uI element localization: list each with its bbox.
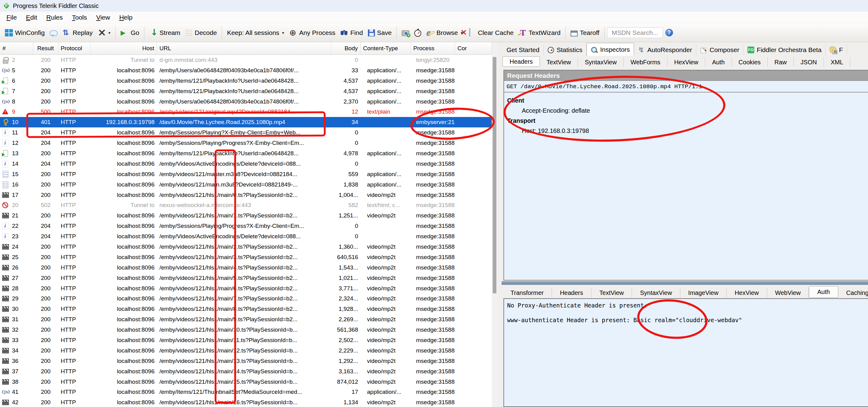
session-row-29[interactable]: 29200HTTPlocalhost:8096/emby/videos/121/…: [0, 293, 492, 304]
clear-cache-button[interactable]: Clear Cache: [465, 28, 516, 38]
auth-inspector-view[interactable]: No Proxy-Authenticate Header is present.…: [503, 298, 868, 407]
tab-xml[interactable]: XML: [824, 58, 850, 67]
help-button[interactable]: [663, 28, 676, 38]
remove-sessions-button[interactable]: ▾: [95, 28, 113, 38]
session-row-5[interactable]: 5200HTTPlocalhost:8096/emby/Users/a0e064…: [0, 65, 492, 76]
tab-headers[interactable]: Headers: [552, 288, 591, 298]
column-header-body[interactable]: Body: [331, 42, 361, 55]
session-row-42[interactable]: 42200HTTPlocalhost:8096/emby/videos/121/…: [0, 397, 492, 407]
column-header-content_type[interactable]: Content-Type: [361, 42, 411, 55]
tab-autoresponder[interactable]: AutoResponder: [634, 44, 696, 56]
session-row-9[interactable]: 9500HTTPlocalhost:8096/emby/videos/121/o…: [0, 107, 492, 117]
session-row-6[interactable]: 6200HTTPlocalhost:8096/emby/Items/121/Pl…: [0, 76, 492, 86]
session-row-2[interactable]: 2200HTTPTunnel tod-gm.mmstat.com:4430ton…: [0, 55, 492, 65]
save-button[interactable]: Save: [366, 28, 394, 38]
session-row-32[interactable]: 32200HTTPlocalhost:8096/emby/videos/121/…: [0, 325, 492, 335]
menu-item-help[interactable]: Help: [115, 12, 137, 23]
tab-cookies[interactable]: Cookies: [732, 58, 768, 67]
session-row-30[interactable]: 30200HTTPlocalhost:8096/emby/videos/121/…: [0, 304, 492, 314]
session-row-21[interactable]: 21200HTTPlocalhost:8096/emby/videos/121/…: [0, 210, 492, 221]
tab-headers[interactable]: Headers: [502, 56, 540, 67]
keep-sessions-dropdown[interactable]: Keep: All sessions▾: [224, 28, 286, 38]
tab-raw[interactable]: Raw: [768, 58, 794, 67]
session-row-14[interactable]: 14204HTTPlocalhost:8096/emby/Videos/Acti…: [0, 159, 492, 169]
session-row-38[interactable]: 38200HTTPlocalhost:8096/emby/videos/121/…: [0, 377, 492, 387]
session-row-15[interactable]: 15200HTTPlocalhost:8096/emby/videos/121/…: [0, 169, 492, 179]
tab-auth[interactable]: Auth: [705, 58, 732, 67]
tearoff-button[interactable]: Tearoff: [568, 28, 602, 38]
session-row-8[interactable]: 8200HTTPlocalhost:8096/emby/Users/a0e064…: [0, 97, 492, 107]
column-header-comments[interactable]: Cor: [455, 42, 492, 55]
column-header-num[interactable]: #: [0, 42, 33, 55]
tab-inspectors[interactable]: Inspectors: [587, 43, 634, 56]
session-row-24[interactable]: 24200HTTPlocalhost:8096/emby/videos/121/…: [0, 242, 492, 252]
tab-statistics[interactable]: Statistics: [544, 44, 587, 56]
tab-syntaxview[interactable]: SyntaxView: [632, 288, 680, 298]
session-row-22[interactable]: 22204HTTPlocalhost:8096/emby/Sessions/Pl…: [0, 221, 492, 231]
column-header-process[interactable]: Process: [411, 42, 455, 55]
session-row-7[interactable]: 7200HTTPlocalhost:8096/emby/Items/121/Pl…: [0, 86, 492, 97]
session-row-33[interactable]: 33200HTTPlocalhost:8096/emby/videos/121/…: [0, 335, 492, 345]
request-line[interactable]: GET /dav/0.Movie/The.Lychee.Road.2025.10…: [504, 81, 868, 93]
tab-imageview[interactable]: ImageView: [680, 288, 727, 298]
header-group-client[interactable]: Client: [507, 96, 868, 106]
session-row-17[interactable]: 17200HTTPlocalhost:8096/emby/videos/121/…: [0, 190, 492, 200]
tab-hexview[interactable]: HexView: [668, 58, 706, 67]
tab-fiddler-orchestra-beta[interactable]: FOFiddler Orchestra Beta: [744, 44, 826, 56]
session-row-31[interactable]: 31200HTTPlocalhost:8096/emby/videos/121/…: [0, 314, 492, 325]
header-item[interactable]: Host: 192.168.0.3:19798: [507, 126, 868, 136]
menu-item-rules[interactable]: Rules: [42, 12, 67, 23]
menu-item-file[interactable]: File: [2, 12, 22, 23]
tab-hexview[interactable]: HexView: [727, 288, 767, 298]
session-row-25[interactable]: 25200HTTPlocalhost:8096/emby/videos/121/…: [0, 252, 492, 263]
tab-auth[interactable]: Auth: [809, 286, 838, 298]
textwizard-button[interactable]: TextWizard: [516, 28, 563, 38]
session-row-23[interactable]: 23204HTTPlocalhost:8096/emby/Videos/Acti…: [0, 231, 492, 242]
column-header-protocol[interactable]: Protocol: [58, 42, 91, 55]
winconfig-button[interactable]: WinConfig: [2, 28, 47, 38]
tab-f[interactable]: JSF: [826, 44, 847, 56]
tab-transformer[interactable]: Transformer: [502, 288, 552, 298]
column-header-result[interactable]: Result: [33, 42, 58, 55]
session-row-16[interactable]: 16200HTTPlocalhost:8096/emby/videos/121/…: [0, 179, 492, 190]
session-row-26[interactable]: 26200HTTPlocalhost:8096/emby/videos/121/…: [0, 263, 492, 273]
any-process-button[interactable]: Any Process: [287, 28, 338, 38]
session-row-36[interactable]: 36200HTTPlocalhost:8096/emby/videos/121/…: [0, 356, 492, 366]
tab-composer[interactable]: Composer: [696, 44, 744, 56]
session-row-12[interactable]: 12204HTTPlocalhost:8096/emby/Sessions/Pl…: [0, 138, 492, 148]
msdn-search-input[interactable]: MSDN Search...: [607, 28, 663, 38]
decode-button[interactable]: Decode: [183, 28, 219, 38]
screenshot-button[interactable]: [399, 28, 412, 37]
go-button[interactable]: Go: [118, 28, 142, 38]
session-row-13[interactable]: 13200HTTPlocalhost:8096/emby/Items/121/P…: [0, 148, 492, 159]
menu-item-view[interactable]: View: [92, 12, 115, 23]
session-row-10[interactable]: 10401HTTP192.168.0.3:19798/dav/0.Movie/T…: [0, 117, 492, 127]
column-header-url[interactable]: URL: [157, 42, 331, 55]
panel-splitter-vertical[interactable]: [497, 42, 502, 407]
column-header-host[interactable]: Host: [91, 42, 157, 55]
browse-button[interactable]: Browse▾: [424, 28, 465, 38]
stream-button[interactable]: Stream: [147, 28, 183, 38]
tab-json[interactable]: JSON: [794, 58, 824, 67]
tab-get-started[interactable]: Get Started: [502, 44, 544, 56]
session-row-11[interactable]: 11204HTTPlocalhost:8096/emby/Sessions/Pl…: [0, 127, 492, 138]
session-row-20[interactable]: 20502HTTPTunnel tonexus-websocket-a.inte…: [0, 200, 492, 210]
header-item[interactable]: Accept-Encoding: deflate: [507, 106, 868, 116]
find-button[interactable]: Find: [338, 28, 366, 38]
tab-textview[interactable]: TextView: [540, 58, 578, 67]
session-row-27[interactable]: 27200HTTPlocalhost:8096/emby/videos/121/…: [0, 273, 492, 283]
tab-textview[interactable]: TextView: [591, 288, 632, 298]
menu-item-tools[interactable]: Tools: [67, 12, 92, 23]
session-row-34[interactable]: 34200HTTPlocalhost:8096/emby/videos/121/…: [0, 345, 492, 356]
panel-splitter-horizontal[interactable]: [502, 281, 868, 285]
session-row-37[interactable]: 37200HTTPlocalhost:8096/emby/videos/121/…: [0, 366, 492, 377]
tab-caching[interactable]: Caching: [838, 288, 868, 298]
replay-button[interactable]: Replay: [60, 28, 95, 38]
session-list-scrollbar[interactable]: [492, 42, 497, 407]
menu-item-edit[interactable]: Edit: [22, 12, 42, 23]
scrollbar-thumb[interactable]: [493, 57, 496, 293]
comment-button[interactable]: [47, 28, 60, 37]
tab-webforms[interactable]: WebForms: [624, 58, 667, 67]
timer-button[interactable]: [412, 28, 424, 38]
tab-webview[interactable]: WebView: [767, 288, 809, 298]
